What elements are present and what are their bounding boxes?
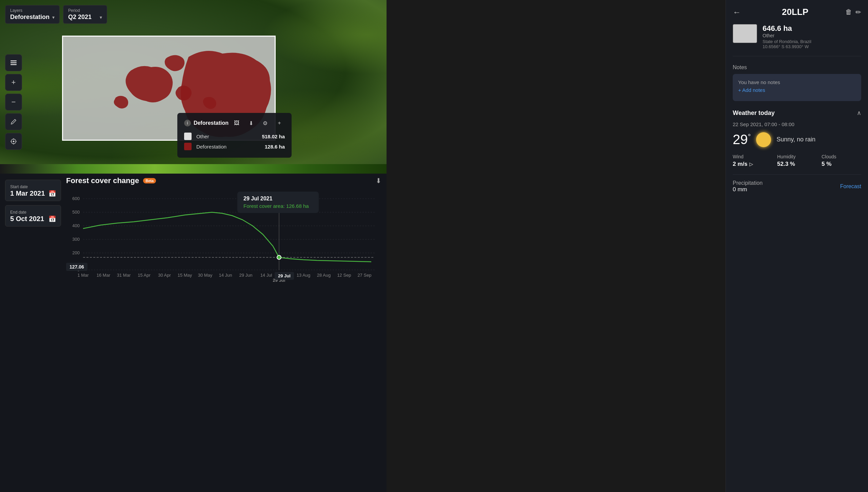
map-legend: i Deforestation 🖼 ⬇ ⚙ + Other 518.02 ha … bbox=[177, 113, 292, 158]
layers-value: Deforestation bbox=[10, 14, 50, 21]
location-button[interactable] bbox=[5, 133, 22, 150]
svg-text:15 May: 15 May bbox=[178, 273, 192, 278]
svg-text:200: 200 bbox=[72, 250, 80, 255]
timeline-inner bbox=[0, 164, 387, 174]
legend-image-button[interactable]: 🖼 bbox=[231, 118, 242, 129]
layers-label: Layers bbox=[10, 8, 55, 13]
svg-text:14 Jul: 14 Jul bbox=[260, 273, 272, 278]
precipitation-label: Precipitation bbox=[733, 180, 763, 186]
draw-button[interactable] bbox=[5, 113, 22, 130]
svg-point-23 bbox=[277, 255, 281, 259]
y-axis-value-badge: 127.06 bbox=[66, 263, 87, 271]
notes-empty-text: You have no notes bbox=[738, 79, 856, 85]
svg-text:16 Mar: 16 Mar bbox=[97, 273, 111, 278]
info-icon[interactable]: i bbox=[184, 120, 191, 126]
zoom-out-button[interactable]: − bbox=[5, 94, 22, 111]
clouds-label: Clouds bbox=[822, 154, 861, 159]
add-notes-link[interactable]: + Add notes bbox=[738, 87, 765, 93]
legend-deforestation-item: Deforestation 128.6 ha bbox=[184, 143, 285, 150]
svg-text:14 Jun: 14 Jun bbox=[219, 273, 232, 278]
weather-temperature: 29° bbox=[733, 132, 751, 147]
period-label: Period bbox=[68, 8, 102, 13]
legend-settings-button[interactable]: ⚙ bbox=[260, 118, 271, 129]
deforestation-label: Deforestation bbox=[196, 144, 260, 150]
legend-title: Deforestation bbox=[194, 120, 229, 126]
notes-section-title: Notes bbox=[733, 64, 861, 71]
period-dropdown[interactable]: Period Q2 2021 ▾ bbox=[63, 5, 107, 24]
property-thumbnail bbox=[733, 24, 757, 43]
humidity-label: Humidity bbox=[777, 154, 817, 159]
timeline-bar[interactable] bbox=[0, 164, 387, 174]
humidity-value: 52.3 % bbox=[777, 161, 817, 168]
svg-text:30 Apr: 30 Apr bbox=[158, 273, 171, 278]
other-label: Other bbox=[196, 134, 257, 139]
weather-description: Sunny, no rain bbox=[776, 136, 815, 143]
chart-title: Forest cover change bbox=[66, 176, 139, 185]
legend-add-button[interactable]: + bbox=[274, 118, 285, 129]
svg-text:31 Mar: 31 Mar bbox=[117, 273, 131, 278]
zoom-in-button[interactable]: + bbox=[5, 74, 22, 91]
toolbar: Layers Deforestation ▾ Period Q2 2021 ▾ bbox=[5, 5, 107, 24]
edit-button[interactable]: ✏ bbox=[855, 8, 861, 16]
chart-container: Forest cover change Beta ⬇ 600 500 400 3… bbox=[66, 176, 381, 285]
clouds-value: 5 % bbox=[822, 161, 861, 168]
weather-collapse-button[interactable]: ∧ bbox=[857, 109, 861, 117]
svg-text:400: 400 bbox=[72, 223, 80, 228]
end-date-input[interactable]: End date 5 Oct 2021 📅 bbox=[5, 205, 61, 227]
svg-text:27 Sep: 27 Sep bbox=[357, 273, 371, 278]
wind-label: Wind bbox=[733, 154, 772, 159]
tooltip-forest-value: Forest cover area: 126.68 ha bbox=[243, 203, 313, 209]
property-coordinates: 10.6566° S 63.9930° W bbox=[763, 44, 861, 49]
end-calendar-icon: 📅 bbox=[48, 215, 56, 223]
chart-tooltip: 29 Jul 2021 Forest cover area: 126.68 ha bbox=[237, 192, 319, 213]
weather-details: Wind 2 m/s ▷ Humidity 52.3 % Clouds 5 % bbox=[733, 154, 861, 168]
wind-direction-icon: ▷ bbox=[749, 161, 753, 167]
beta-badge: Beta bbox=[143, 178, 156, 183]
chart-download-button[interactable]: ⬇ bbox=[376, 177, 381, 185]
back-button[interactable]: ← bbox=[733, 7, 741, 17]
start-date-label: Start date bbox=[10, 184, 28, 189]
legend-other-item: Other 518.02 ha bbox=[184, 133, 285, 140]
forecast-link[interactable]: Forecast bbox=[840, 183, 861, 190]
svg-text:1 Mar: 1 Mar bbox=[77, 273, 89, 278]
legend-download-button[interactable]: ⬇ bbox=[245, 118, 256, 129]
zoom-out-icon: − bbox=[12, 98, 16, 106]
layers-toggle-button[interactable] bbox=[5, 54, 22, 71]
svg-text:13 Aug: 13 Aug bbox=[297, 273, 311, 278]
property-card: 646.6 ha Other State of Rondônia, Brazil… bbox=[733, 24, 861, 56]
svg-text:500: 500 bbox=[72, 210, 80, 215]
svg-text:30 May: 30 May bbox=[198, 273, 213, 278]
clouds-detail: Clouds 5 % bbox=[822, 154, 861, 168]
panel-title: 20LLP bbox=[745, 7, 845, 17]
svg-text:12 Sep: 12 Sep bbox=[337, 273, 351, 278]
left-tools: + − bbox=[5, 54, 22, 150]
wind-value: 2 m/s ▷ bbox=[733, 161, 772, 168]
other-color-swatch bbox=[184, 133, 192, 140]
notes-box: You have no notes + Add notes bbox=[733, 74, 861, 101]
start-date-input[interactable]: Start date 1 Mar 2021 📅 bbox=[5, 180, 61, 201]
precipitation-value: 0 mm bbox=[733, 186, 763, 193]
zoom-in-icon: + bbox=[12, 78, 16, 87]
start-calendar-icon: 📅 bbox=[48, 190, 56, 197]
deforestation-value: 128.6 ha bbox=[265, 144, 285, 150]
layers-dropdown[interactable]: Layers Deforestation ▾ bbox=[5, 5, 60, 24]
weather-header: Weather today ∧ bbox=[733, 109, 861, 117]
map-area[interactable]: Layers Deforestation ▾ Period Q2 2021 ▾ … bbox=[0, 0, 387, 173]
svg-text:300: 300 bbox=[72, 237, 80, 242]
end-date-label: End date bbox=[10, 210, 26, 215]
start-date-value: 1 Mar 2021 bbox=[10, 190, 45, 197]
delete-button[interactable]: 🗑 bbox=[845, 8, 852, 16]
weather-section: Weather today ∧ 22 Sep 2021, 07:00 - 08:… bbox=[733, 109, 861, 193]
tooltip-date: 29 Jul 2021 bbox=[243, 196, 313, 202]
svg-text:600: 600 bbox=[72, 196, 80, 201]
x-axis-date-badge: 29 Jul bbox=[275, 272, 294, 280]
period-value: Q2 2021 bbox=[68, 14, 92, 21]
action-buttons: 🗑 ✏ bbox=[845, 8, 861, 16]
property-info: 646.6 ha Other State of Rondônia, Brazil… bbox=[763, 24, 861, 49]
sun-icon bbox=[756, 132, 771, 147]
property-type: Other bbox=[763, 33, 861, 38]
property-location: State of Rondônia, Brazil bbox=[763, 39, 861, 44]
svg-rect-1 bbox=[11, 62, 17, 63]
period-arrow-icon: ▾ bbox=[100, 15, 102, 20]
property-area: 646.6 ha bbox=[763, 24, 861, 33]
